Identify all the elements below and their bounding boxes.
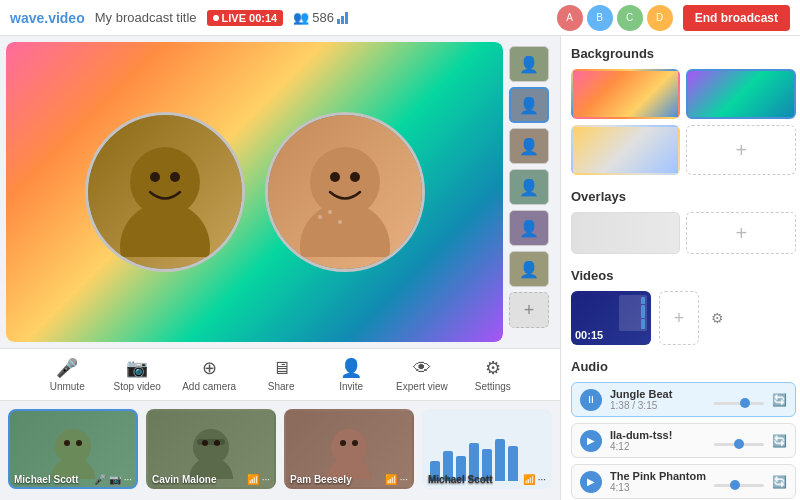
logo: wave.video <box>10 10 85 26</box>
audio-pause-button-1[interactable]: ⏸ <box>580 389 602 411</box>
background-thumb-2[interactable] <box>686 69 795 119</box>
overlays-title: Overlays <box>571 189 796 204</box>
svg-point-10 <box>338 220 342 224</box>
backgrounds-section: Backgrounds + <box>571 46 796 175</box>
expert-view-icon: 👁 <box>413 358 431 379</box>
share-icon: 🖥 <box>272 358 290 379</box>
unmute-button[interactable]: 🎤 Unmute <box>42 357 92 392</box>
svg-point-9 <box>328 210 332 214</box>
video-settings-icon[interactable]: ⚙ <box>711 310 724 326</box>
background-thumb-1[interactable] <box>571 69 680 119</box>
svg-point-6 <box>330 172 340 182</box>
camera-icon: 📷 <box>126 357 148 379</box>
volume-slider-3[interactable] <box>714 484 764 487</box>
svg-point-1 <box>120 202 210 257</box>
main-video <box>6 42 503 342</box>
thumbnail-4[interactable]: Michael Scott 📶 ··· <box>422 409 552 489</box>
background-thumb-3[interactable] <box>571 125 680 175</box>
microphone-muted-icon: 🎤 <box>56 357 78 379</box>
invite-icon: 👤 <box>340 357 362 379</box>
participants-sidebar: 👤 👤 👤 👤 👤 👤 + <box>509 42 554 342</box>
thumb-cam-icon-1: 📷 <box>109 474 121 485</box>
settings-button[interactable]: ⚙ Settings <box>468 357 518 392</box>
participant-thumb-1[interactable]: 👤 <box>509 46 549 82</box>
audio-refresh-1[interactable]: 🔄 <box>772 393 787 407</box>
end-broadcast-button[interactable]: End broadcast <box>683 5 790 31</box>
audio-volume-1[interactable] <box>714 391 764 409</box>
add-overlay-button[interactable]: + <box>686 212 795 254</box>
audio-volume-3[interactable] <box>714 473 764 491</box>
right-panel: Backgrounds + Overlays + Videos <box>560 36 800 500</box>
participant-thumb-5[interactable]: 👤 <box>509 210 549 246</box>
avatar-1: A <box>557 5 583 31</box>
thumbnail-1[interactable]: Michael Scott 🎤 📷 ··· <box>8 409 138 489</box>
viewer-count: 👥 586 <box>293 10 348 25</box>
video-circle-2 <box>265 112 425 272</box>
thumb-more-icon-3: ··· <box>400 474 408 485</box>
participant-thumb-4[interactable]: 👤 <box>509 169 549 205</box>
video-area: 👤 👤 👤 👤 👤 👤 + 🎤 Unmute 📷 Stop video ⊕ <box>0 36 560 500</box>
videos-grid: 00:15 + ⚙ <box>571 291 796 345</box>
header: wave.video My broadcast title LIVE 00:14… <box>0 0 800 36</box>
signal-icon <box>337 12 348 24</box>
participant-video-2 <box>268 115 422 269</box>
settings-icon: ⚙ <box>485 357 501 379</box>
participant-thumb-6[interactable]: 👤 <box>509 251 549 287</box>
broadcast-title: My broadcast title <box>95 10 197 25</box>
participant-thumb-2[interactable]: 👤 <box>509 87 549 123</box>
audio-title: Audio <box>571 359 796 374</box>
svg-point-22 <box>340 440 346 446</box>
thumb-signal-icon-3: 📶 <box>385 474 397 485</box>
backgrounds-title: Backgrounds <box>571 46 796 61</box>
audio-info-1: Jungle Beat 1:38 / 3:15 <box>610 388 706 411</box>
thumbnail-2[interactable]: Cavin Malone 📶 ··· <box>146 409 276 489</box>
invite-button[interactable]: 👤 Invite <box>326 357 376 392</box>
share-button[interactable]: 🖥 Share <box>256 358 306 392</box>
audio-refresh-2[interactable]: 🔄 <box>772 434 787 448</box>
audio-play-button-2[interactable]: ▶ <box>580 430 602 452</box>
audio-refresh-3[interactable]: 🔄 <box>772 475 787 489</box>
video-thumb-1[interactable]: 00:15 <box>571 291 651 345</box>
svg-point-14 <box>76 440 82 446</box>
svg-point-3 <box>170 172 180 182</box>
videos-title: Videos <box>571 268 796 283</box>
audio-track-1: ⏸ Jungle Beat 1:38 / 3:15 🔄 <box>571 382 796 417</box>
overlay-thumb-1[interactable] <box>571 212 680 254</box>
thumb-more-icon-4: ··· <box>538 474 546 485</box>
svg-point-8 <box>318 215 322 219</box>
expert-view-button[interactable]: 👁 Expert view <box>396 358 448 392</box>
header-avatars: A B C D <box>557 5 673 31</box>
thumb-signal-icon-4: 📶 <box>523 474 535 485</box>
svg-point-23 <box>352 440 358 446</box>
stop-video-button[interactable]: 📷 Stop video <box>112 357 162 392</box>
svg-point-13 <box>64 440 70 446</box>
add-camera-button[interactable]: ⊕ Add camera <box>182 357 236 392</box>
add-camera-icon: ⊕ <box>202 357 217 379</box>
volume-slider-2[interactable] <box>714 443 764 446</box>
audio-volume-2[interactable] <box>714 432 764 450</box>
participant-thumb-3[interactable]: 👤 <box>509 128 549 164</box>
audio-section: Audio ⏸ Jungle Beat 1:38 / 3:15 🔄 ▶ Il <box>571 359 796 499</box>
add-video-button[interactable]: + <box>659 291 699 345</box>
videos-section: Videos 00:15 + ⚙ <box>571 268 796 345</box>
thumbnail-3[interactable]: Pam Beesely 📶 ··· <box>284 409 414 489</box>
participant-video-1 <box>88 115 242 269</box>
svg-point-2 <box>150 172 160 182</box>
thumbnails-row: Michael Scott 🎤 📷 ··· C <box>0 400 560 500</box>
audio-play-button-3[interactable]: ▶ <box>580 471 602 493</box>
volume-slider-1[interactable] <box>714 402 764 405</box>
thumb-mic-icon-1: 🎤 <box>94 474 106 485</box>
audio-info-2: Ila-dum-tss! 4:12 <box>610 429 706 452</box>
svg-point-5 <box>300 202 390 257</box>
video-background <box>6 42 503 342</box>
add-background-button[interactable]: + <box>686 125 795 175</box>
add-participant-button[interactable]: + <box>509 292 549 328</box>
svg-rect-19 <box>197 439 225 445</box>
audio-track-2: ▶ Ila-dum-tss! 4:12 🔄 <box>571 423 796 458</box>
thumb-more-icon-2: ··· <box>262 474 270 485</box>
controls-bar: 🎤 Unmute 📷 Stop video ⊕ Add camera 🖥 Sha… <box>0 348 560 400</box>
thumb-more-icon-1: ··· <box>124 474 132 485</box>
content-panel: Backgrounds + Overlays + Videos <box>561 36 800 500</box>
avatar-4: D <box>647 5 673 31</box>
video-circle-1 <box>85 112 245 272</box>
